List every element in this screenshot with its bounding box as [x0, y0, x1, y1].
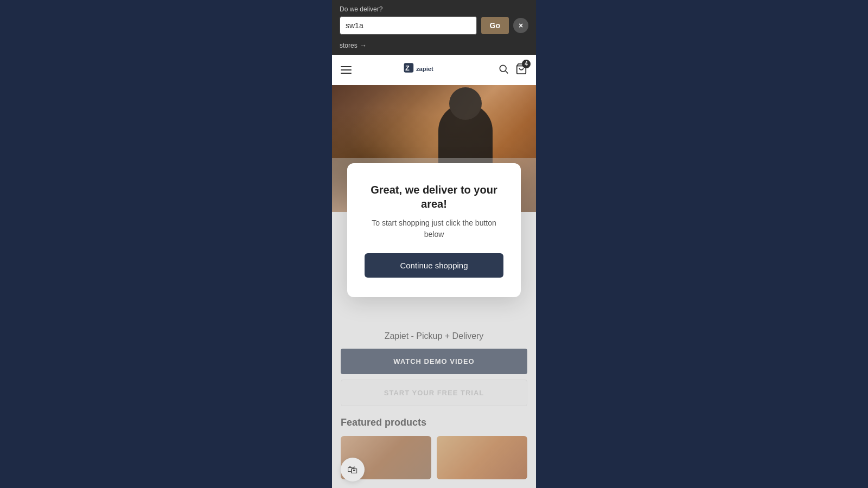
- stores-link[interactable]: stores →: [332, 39, 536, 55]
- page-content: Great, we deliver to your area! To start…: [332, 212, 536, 488]
- delivery-bar: Do we deliver? Go ×: [332, 0, 536, 39]
- left-overlay: [0, 0, 332, 488]
- cart-badge: 4: [522, 60, 531, 68]
- go-button[interactable]: Go: [481, 17, 509, 34]
- right-overlay: [536, 0, 868, 488]
- delivery-bar-label: Do we deliver?: [340, 5, 528, 13]
- modal-title: Great, we deliver to your area!: [365, 183, 503, 211]
- header-icons: 4: [498, 63, 527, 78]
- site-header: Z zapiet 4: [332, 55, 536, 85]
- stores-arrow-icon: →: [360, 41, 367, 49]
- hamburger-menu-button[interactable]: [341, 66, 352, 74]
- close-delivery-bar-button[interactable]: ×: [513, 18, 528, 33]
- modal-subtitle: To start shopping just click the button …: [365, 217, 503, 240]
- svg-line-4: [506, 70, 508, 73]
- search-icon: [498, 63, 509, 74]
- logo[interactable]: Z zapiet: [403, 61, 446, 79]
- delivery-confirmation-modal: Great, we deliver to your area! To start…: [347, 163, 521, 297]
- continue-shopping-button[interactable]: Continue shopping: [365, 253, 503, 278]
- modal-overlay: Great, we deliver to your area! To start…: [332, 158, 536, 488]
- svg-text:zapiet: zapiet: [416, 66, 433, 72]
- delivery-input[interactable]: [340, 16, 477, 35]
- svg-text:Z: Z: [405, 64, 410, 72]
- cart-button[interactable]: 4: [515, 63, 527, 78]
- phone-frame: Do we deliver? Go × stores → Z zapiet: [332, 0, 536, 488]
- search-button[interactable]: [498, 63, 509, 77]
- svg-point-3: [500, 65, 506, 72]
- zapiet-logo-svg: Z zapiet: [403, 61, 446, 79]
- stores-link-text: stores: [340, 42, 358, 49]
